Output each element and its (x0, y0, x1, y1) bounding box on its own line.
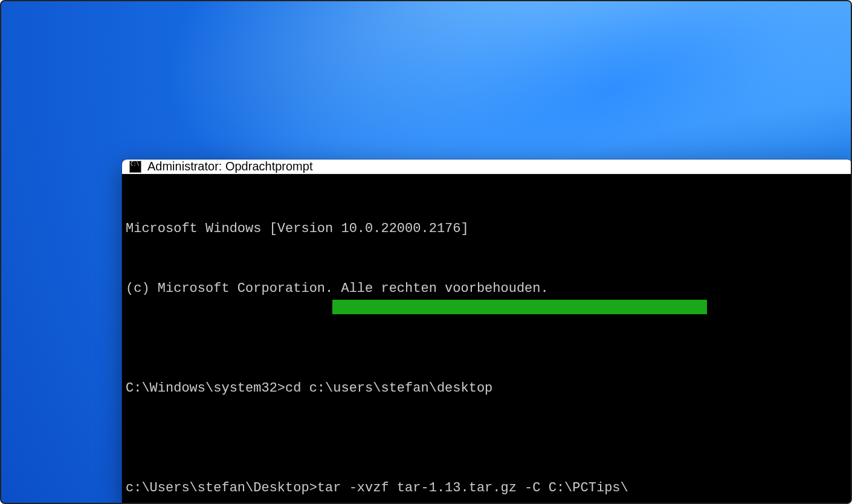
terminal-line: c:\Users\stefan\Desktop>tar -xvzf tar-1.… (126, 478, 848, 498)
terminal-line: C:\Windows\system32>cd c:\users\stefan\d… (126, 378, 848, 398)
terminal-output[interactable]: Microsoft Windows [Version 10.0.22000.21… (122, 174, 852, 504)
terminal-line: (c) Microsoft Corporation. Alle rechten … (126, 279, 848, 299)
cmd-icon (129, 161, 141, 173)
selection-highlight (332, 300, 707, 314)
window-titlebar[interactable]: Administrator: Opdrachtprompt (122, 160, 852, 174)
command-prompt-window[interactable]: Administrator: Opdrachtprompt Microsoft … (122, 160, 852, 504)
terminal-line: Microsoft Windows [Version 10.0.22000.21… (126, 219, 848, 239)
window-title: Administrator: Opdrachtprompt (147, 160, 312, 173)
desktop-wallpaper: Administrator: Opdrachtprompt Microsoft … (0, 0, 852, 504)
